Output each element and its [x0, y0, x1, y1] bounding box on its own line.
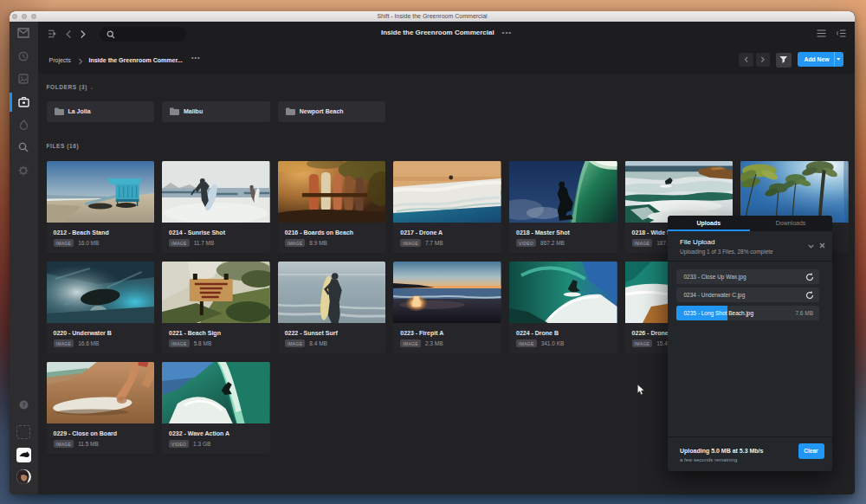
svg-text:?: ?: [22, 402, 25, 408]
